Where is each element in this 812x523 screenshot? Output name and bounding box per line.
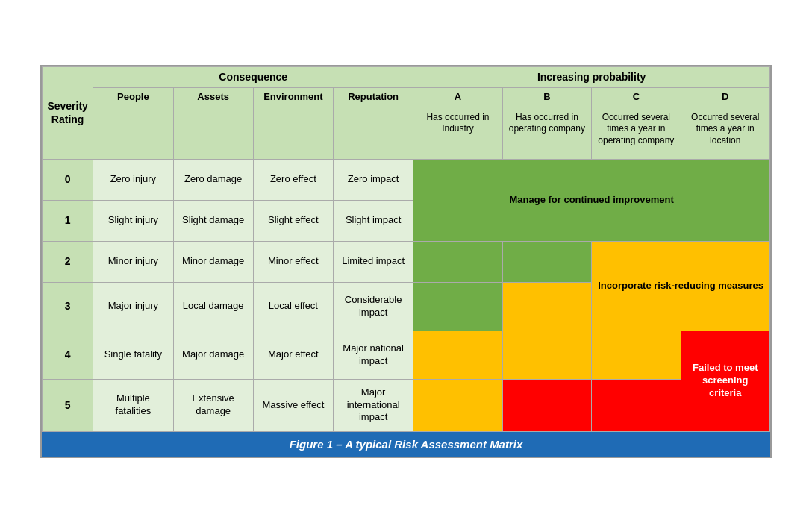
row4-col-a	[413, 331, 502, 379]
yellow-zone-label: Incorporate risk-reducing measures	[598, 280, 763, 291]
green-zone-label-cell: Manage for continued improvement	[413, 159, 770, 241]
row5-people: Multiple fatalities	[93, 379, 173, 431]
people-desc	[93, 107, 173, 159]
yellow-zone-label-cell: Incorporate risk-reducing measures	[592, 241, 770, 331]
red-zone-label-cell: Failed to meet screening criteria	[681, 331, 769, 431]
row4-environment: Major effect	[253, 331, 333, 379]
severity-5: 5	[43, 379, 93, 431]
row5-reputation: Major international impact	[334, 379, 413, 431]
assets-header: Assets	[173, 87, 253, 107]
row3-environment: Local effect	[253, 282, 333, 331]
red-zone-label: Failed to meet screening criteria	[693, 362, 758, 398]
row3-col-a	[413, 282, 502, 331]
row2-people: Minor injury	[93, 241, 173, 282]
row2-col-a	[413, 241, 502, 282]
severity-1: 1	[43, 200, 93, 241]
green-zone-label: Manage for continued improvement	[509, 194, 673, 205]
row4-people: Single fatality	[93, 331, 173, 379]
row2-assets: Minor damage	[173, 241, 253, 282]
row0-reputation: Zero impact	[334, 159, 413, 200]
assets-desc	[173, 107, 253, 159]
environment-header: Environment	[253, 87, 333, 107]
row3-col-b	[502, 282, 591, 331]
severity-4: 4	[43, 331, 93, 379]
row4-col-b	[502, 331, 591, 379]
prob-col-d-desc: Occurred several times a year in locatio…	[681, 107, 769, 159]
row3-reputation: Considerable impact	[334, 282, 413, 331]
row0-people: Zero injury	[93, 159, 173, 200]
severity-rating-header: Severity Rating	[43, 67, 93, 159]
prob-col-b-desc: Has occurred in operating company	[502, 107, 591, 159]
severity-3: 3	[43, 282, 93, 331]
row2-col-b	[502, 241, 591, 282]
row4-col-c	[592, 331, 681, 379]
prob-col-a-letter: A	[413, 87, 502, 107]
row5-environment: Massive effect	[253, 379, 333, 431]
row5-assets: Extensive damage	[173, 379, 253, 431]
figure-title-text: Figure 1 – A typical Risk Assessment Mat…	[290, 438, 523, 451]
row1-assets: Slight damage	[173, 200, 253, 241]
increasing-probability-header: Increasing probability	[413, 67, 770, 87]
prob-col-b-letter: B	[502, 87, 591, 107]
severity-rating-label: Severity Rating	[47, 100, 87, 125]
severity-2: 2	[43, 241, 93, 282]
row5-col-c	[592, 379, 681, 431]
prob-col-d-letter: D	[681, 87, 769, 107]
row1-environment: Slight effect	[253, 200, 333, 241]
consequence-label: Consequence	[219, 71, 287, 83]
row0-environment: Zero effect	[253, 159, 333, 200]
row5-col-a	[413, 379, 502, 431]
row2-environment: Minor effect	[253, 241, 333, 282]
row0-assets: Zero damage	[173, 159, 253, 200]
people-header: People	[93, 87, 173, 107]
row4-reputation: Major national impact	[334, 331, 413, 379]
row5-col-b	[502, 379, 591, 431]
consequence-header: Consequence	[93, 67, 413, 87]
environment-desc	[253, 107, 333, 159]
row4-assets: Major damage	[173, 331, 253, 379]
reputation-desc	[334, 107, 413, 159]
row3-people: Major injury	[93, 282, 173, 331]
row1-people: Slight injury	[93, 200, 173, 241]
prob-col-a-desc: Has occurred in Industry	[413, 107, 502, 159]
prob-col-c-letter: C	[592, 87, 681, 107]
row2-reputation: Limited impact	[334, 241, 413, 282]
row3-assets: Local damage	[173, 282, 253, 331]
figure-caption: Figure 1 – A typical Risk Assessment Mat…	[42, 432, 770, 457]
reputation-header: Reputation	[334, 87, 413, 107]
row1-reputation: Slight impact	[334, 200, 413, 241]
main-container: Severity Rating Consequence Increasing p…	[40, 65, 772, 457]
risk-matrix-table: Severity Rating Consequence Increasing p…	[42, 66, 770, 431]
prob-col-c-desc: Occurred several times a year in operati…	[592, 107, 681, 159]
increasing-probability-label: Increasing probability	[537, 71, 646, 83]
severity-0: 0	[43, 159, 93, 200]
